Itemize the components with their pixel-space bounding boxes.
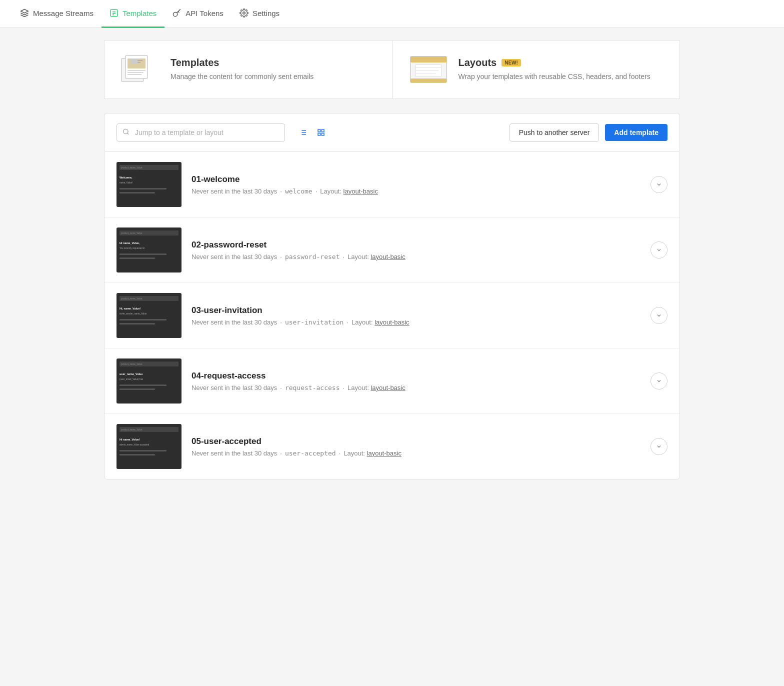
list-view-button[interactable] [295, 124, 311, 140]
nav-message-streams[interactable]: Message Streams [12, 0, 102, 28]
template-meta: Never sent in the last 30 days · welcome… [192, 188, 640, 195]
svg-rect-13 [130, 59, 138, 64]
nav-api-tokens[interactable]: API Tokens [164, 0, 232, 28]
search-input[interactable] [116, 124, 285, 142]
grid-view-icon [317, 128, 325, 136]
hero-section: Templates Manage the content for commonl… [104, 40, 680, 99]
nav-message-streams-label: Message Streams [33, 9, 94, 18]
template-list: product_name_Value Welcome, name_Value! … [104, 152, 680, 480]
nav-api-tokens-label: API Tokens [186, 9, 224, 18]
thumb-body: Welcome, name_Value! [120, 172, 178, 204]
thumb-title: Hi, name_Value! [120, 307, 178, 310]
template-row[interactable]: product_name_Value Hi name_Value, You re… [104, 218, 680, 283]
template-meta: Never sent in the last 30 days · request… [192, 384, 640, 392]
svg-line-25 [128, 133, 129, 134]
template-row[interactable]: product_name_Value Hi name_Value! admin_… [104, 414, 680, 479]
nav-templates[interactable]: Templates [102, 0, 164, 28]
template-dropdown-button[interactable] [650, 242, 668, 258]
template-row[interactable]: product_name_Value Welcome, name_Value! … [104, 152, 680, 218]
chevron-down-icon [656, 378, 662, 384]
hero-layouts-desc: Wrap your templates with reusable CSS, h… [458, 72, 650, 82]
template-sent: Never sent in the last 30 days [192, 318, 277, 326]
template-alias: password-reset [285, 253, 340, 260]
templates-illustration [120, 54, 160, 84]
chevron-down-icon [656, 182, 662, 188]
template-name: 02-password-reset [192, 240, 640, 250]
hero-templates-card[interactable]: Templates Manage the content for commonl… [104, 40, 392, 98]
template-layout-link[interactable]: layout-basic [370, 253, 405, 260]
nav-settings[interactable]: Settings [232, 0, 288, 28]
template-layout-label: Layout: [344, 450, 366, 457]
search-wrap [116, 124, 285, 142]
thumb-header-text: product_name_Value [120, 165, 178, 170]
hero-layouts-title: Layouts NEW! [458, 57, 650, 68]
thumb-title: Hi name_Value! [120, 438, 178, 441]
thumb-header-text: product_name_Value [120, 427, 178, 432]
template-meta: Never sent in the last 30 days · user-ac… [192, 450, 640, 457]
svg-rect-35 [322, 133, 324, 136]
thumb-body: Hi name_Value, You recently requested to [120, 238, 178, 270]
template-sent: Never sent in the last 30 days [192, 253, 277, 260]
hero-layouts-text: Layouts NEW! Wrap your templates with re… [458, 57, 650, 82]
list-view-icon [299, 128, 307, 136]
template-sent: Never sent in the last 30 days [192, 450, 277, 457]
hero-templates-desc: Manage the content for commonly sent ema… [170, 72, 314, 82]
push-to-server-button[interactable]: Push to another server [510, 124, 600, 142]
svg-point-5 [174, 12, 178, 16]
template-info: 05-user-accepted Never sent in the last … [192, 436, 640, 457]
template-layout-label: Layout: [348, 384, 370, 392]
nav-templates-label: Templates [122, 9, 156, 18]
thumb-body-text: invite_sender_name_Value [120, 312, 178, 316]
template-thumbnail: product_name_Value Welcome, name_Value! [116, 162, 182, 207]
thumb-body: user_name_Value (user_email_Value) has [120, 368, 178, 400]
svg-rect-19 [410, 78, 446, 82]
template-alias: user-invitation [285, 318, 344, 326]
grid-view-button[interactable] [313, 124, 329, 140]
thumb-title: Hi name_Value, [120, 242, 178, 244]
template-name: 04-request-access [192, 371, 640, 381]
view-toggle [295, 124, 329, 140]
key-icon [172, 8, 182, 18]
hero-templates-title: Templates [170, 57, 314, 68]
layers-icon [20, 8, 29, 18]
svg-rect-32 [318, 130, 320, 132]
template-name: 03-user-invitation [192, 306, 640, 316]
template-info: 02-password-reset Never sent in the last… [192, 240, 640, 260]
template-layout-link[interactable]: layout-basic [344, 188, 378, 195]
hero-layouts-card[interactable]: Layouts NEW! Wrap your templates with re… [392, 40, 680, 98]
file-text-icon [110, 8, 118, 18]
thumb-header-text: product_name_Value [120, 230, 178, 236]
template-thumbnail: product_name_Value Hi name_Value! admin_… [116, 424, 182, 469]
template-thumbnail: product_name_Value Hi name_Value, You re… [116, 228, 182, 272]
template-dropdown-button[interactable] [650, 438, 668, 455]
template-row[interactable]: product_name_Value Hi, name_Value! invit… [104, 283, 680, 348]
template-dropdown-button[interactable] [650, 307, 668, 324]
chevron-down-icon [656, 444, 662, 450]
template-name: 01-welcome [192, 174, 640, 184]
main-nav: Message Streams Templates API Tokens Set… [0, 0, 784, 28]
template-row[interactable]: product_name_Value user_name_Value (user… [104, 348, 680, 414]
template-sent: Never sent in the last 30 days [192, 188, 277, 195]
svg-marker-0 [21, 10, 28, 14]
svg-point-24 [124, 129, 128, 134]
add-template-button[interactable]: Add template [605, 124, 668, 141]
template-layout-link[interactable]: layout-basic [374, 318, 409, 326]
thumb-body-text: (user_email_Value) has [120, 378, 178, 381]
thumb-title: Welcome, [120, 176, 178, 179]
new-badge: NEW! [502, 59, 521, 66]
template-dropdown-button[interactable] [650, 176, 668, 193]
templates-section: Push to another server Add template prod… [104, 113, 680, 480]
svg-point-6 [243, 12, 246, 14]
template-layout-link[interactable]: layout-basic [367, 450, 402, 457]
template-thumbnail: product_name_Value user_name_Value (user… [116, 358, 182, 404]
nav-settings-label: Settings [252, 9, 280, 18]
template-layout-label: Layout: [348, 253, 370, 260]
template-layout-link[interactable]: layout-basic [370, 384, 405, 392]
template-alias: request-access [285, 384, 340, 392]
layouts-illustration [408, 54, 448, 84]
template-alias: welcome [285, 188, 312, 195]
thumb-body: Hi name_Value! admin_name_Value accepted [120, 434, 178, 466]
search-icon [122, 128, 130, 137]
template-dropdown-button[interactable] [650, 372, 668, 390]
svg-rect-33 [322, 130, 324, 132]
